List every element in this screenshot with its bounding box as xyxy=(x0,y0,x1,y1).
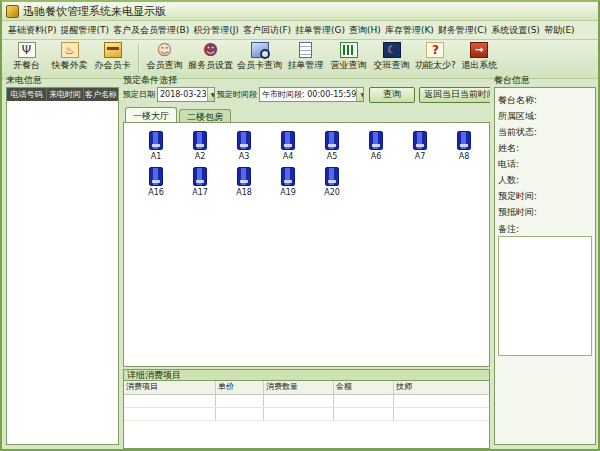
toolbar-button-3[interactable]: 办会员卡 xyxy=(91,41,134,76)
table-seat-label: A17 xyxy=(192,188,208,197)
booking-time-value: 午市时间段: 00:00-15:59 xyxy=(262,89,356,100)
booking-date-select[interactable]: 2018-03-23 ▼ xyxy=(157,87,215,102)
table-icon xyxy=(237,131,251,150)
titlebar[interactable]: 迅驰餐饮管理系统来电显示版 xyxy=(2,2,598,21)
table-seat-A1[interactable]: A1 xyxy=(134,131,178,161)
toolbar-button-2[interactable]: 快餐外卖 xyxy=(48,41,91,76)
table-seat-label: A3 xyxy=(239,152,250,161)
menu-item-1[interactable]: 基础资料(P) xyxy=(6,22,58,39)
chevron-down-icon[interactable]: ▼ xyxy=(356,88,364,101)
table-seat-A18[interactable]: A18 xyxy=(222,167,266,197)
caller-table-header: 电话号码来电时间客户名称 xyxy=(7,88,118,101)
toolbar-button-10[interactable]: 功能太少? xyxy=(413,41,458,76)
table-seat-A6[interactable]: A6 xyxy=(354,131,398,161)
table-icon xyxy=(457,131,471,150)
toolbar-button-6[interactable]: 会员卡查询 xyxy=(235,41,284,76)
toolbar-button-label: 功能太少? xyxy=(415,59,456,72)
toolbar-button-label: 会员卡查询 xyxy=(237,59,282,72)
table-seat-A5[interactable]: A5 xyxy=(310,131,354,161)
table-seat-A20[interactable]: A20 xyxy=(310,167,354,197)
app-icon xyxy=(6,5,19,18)
table-seat-A2[interactable]: A2 xyxy=(178,131,222,161)
table-seat-A3[interactable]: A3 xyxy=(222,131,266,161)
detail-column-header[interactable]: 金额 xyxy=(334,381,394,394)
table-info-title: 餐台信息 xyxy=(494,75,596,86)
table-seat-label: A8 xyxy=(459,152,470,161)
toolbar-button-9[interactable]: 交班查询 xyxy=(370,41,413,76)
toolbar-button-label: 办会员卡 xyxy=(95,59,131,72)
table-seat-A4[interactable]: A4 xyxy=(266,131,310,161)
consumption-section: 详细消费项目 消费项目单价消费数量金额技师 xyxy=(123,369,490,449)
back-to-current-button[interactable]: 返回当日当前时间段 xyxy=(419,87,490,103)
detail-cell xyxy=(124,408,216,420)
toolbar-button-1[interactable]: 开餐台 xyxy=(5,41,48,76)
table-seat-A8[interactable]: A8 xyxy=(442,131,486,161)
table-icon xyxy=(369,131,383,150)
info-field-7: 预定时间: xyxy=(498,188,592,204)
toolbar-button-7[interactable]: 挂单管理 xyxy=(284,41,327,76)
caller-column-header[interactable]: 客户名称 xyxy=(84,88,118,101)
detail-column-header[interactable]: 技师 xyxy=(394,381,489,394)
toolbar-separator xyxy=(138,44,139,73)
table-seat-A16[interactable]: A16 xyxy=(134,167,178,197)
floor-tab-1[interactable]: 一楼大厅 xyxy=(125,107,177,122)
detail-column-header[interactable]: 单价 xyxy=(216,381,264,394)
caller-column-header[interactable]: 来电时间 xyxy=(47,88,84,101)
menu-item-11[interactable]: 帮助(E) xyxy=(542,22,577,39)
detail-table-header: 消费项目单价消费数量金额技师 xyxy=(124,381,489,395)
toolbar-button-label: 交班查询 xyxy=(374,59,410,72)
member-query-icon xyxy=(156,42,174,58)
menu-item-10[interactable]: 系统设置(S) xyxy=(489,22,542,39)
chevron-down-icon[interactable]: ▼ xyxy=(207,88,216,101)
table-seat-label: A20 xyxy=(324,188,340,197)
toolbar-button-4[interactable]: 会员查询 xyxy=(143,41,186,76)
table-seat-label: A4 xyxy=(283,152,294,161)
center-panel: 预定条件选择 预定日期 2018-03-23 ▼ 预定时间段 午市时间段: 00… xyxy=(123,75,490,445)
table-seat-A17[interactable]: A17 xyxy=(178,167,222,197)
detail-column-header[interactable]: 消费数量 xyxy=(264,381,334,394)
info-field-2: 所属区域: xyxy=(498,108,592,124)
booking-filter-title: 预定条件选择 xyxy=(123,75,490,85)
menu-item-4[interactable]: 积分管理(J) xyxy=(191,22,241,39)
toolbar-button-5[interactable]: 服务员设置 xyxy=(186,41,235,76)
table-icon xyxy=(193,167,207,186)
menu-item-9[interactable]: 财务管理(C) xyxy=(436,22,489,39)
table-seat-A7[interactable]: A7 xyxy=(398,131,442,161)
toolbar-button-label: 开餐台 xyxy=(13,59,40,72)
app-window: 迅驰餐饮管理系统来电显示版 基础资料(P)提醒管理(T)客户及会员管理(B)积分… xyxy=(0,0,600,451)
caller-table: 电话号码来电时间客户名称 xyxy=(6,87,119,445)
caller-panel-title: 来电信息 xyxy=(6,75,119,86)
menu-item-8[interactable]: 库存管理(K) xyxy=(383,22,436,39)
detail-row xyxy=(124,408,489,421)
table-info-box: 餐台名称:所属区域:当前状态:姓名:电话:人数:预定时间:预抵时间: 备注: xyxy=(494,87,596,445)
query-button[interactable]: 查询 xyxy=(369,87,415,103)
table-seat-label: A7 xyxy=(415,152,426,161)
remark-box xyxy=(498,236,592,356)
caller-table-body xyxy=(7,101,118,444)
menu-item-6[interactable]: 挂单管理(G) xyxy=(293,22,347,39)
table-icon xyxy=(193,131,207,150)
menu-item-3[interactable]: 客户及会员管理(B) xyxy=(111,22,191,39)
table-icon xyxy=(237,167,251,186)
detail-column-header[interactable]: 消费项目 xyxy=(124,381,216,394)
floor-map: A1A2A3A4A5A6A7A8A16A17A18A19A20 xyxy=(123,122,490,367)
table-seat-A19[interactable]: A19 xyxy=(266,167,310,197)
toolbar-button-label: 退出系统 xyxy=(461,59,497,72)
remark-label: 备注: xyxy=(498,223,592,236)
detail-cell xyxy=(264,395,334,407)
toolbar-button-11[interactable]: 退出系统 xyxy=(458,41,501,76)
booking-time-select[interactable]: 午市时间段: 00:00-15:59 ▼ xyxy=(259,87,364,102)
seat-row: A16A17A18A19A20 xyxy=(134,167,489,197)
table-seat-label: A16 xyxy=(148,188,164,197)
floor-tab-2[interactable]: 二楼包房 xyxy=(179,109,231,122)
menu-item-7[interactable]: 查询(H) xyxy=(347,22,383,39)
pending-orders-icon xyxy=(299,42,312,58)
menu-item-2[interactable]: 提醒管理(T) xyxy=(58,22,111,39)
floor-tabs: 一楼大厅二楼包房 xyxy=(123,107,490,122)
menu-item-5[interactable]: 客户回访(F) xyxy=(241,22,293,39)
toolbar: 开餐台快餐外卖办会员卡会员查询服务员设置会员卡查询挂单管理营业查询交班查询功能太… xyxy=(2,40,598,79)
toolbar-button-label: 营业查询 xyxy=(331,59,367,72)
caller-column-header[interactable]: 电话号码 xyxy=(7,88,47,101)
toolbar-button-8[interactable]: 营业查询 xyxy=(327,41,370,76)
detail-cell xyxy=(394,408,489,420)
